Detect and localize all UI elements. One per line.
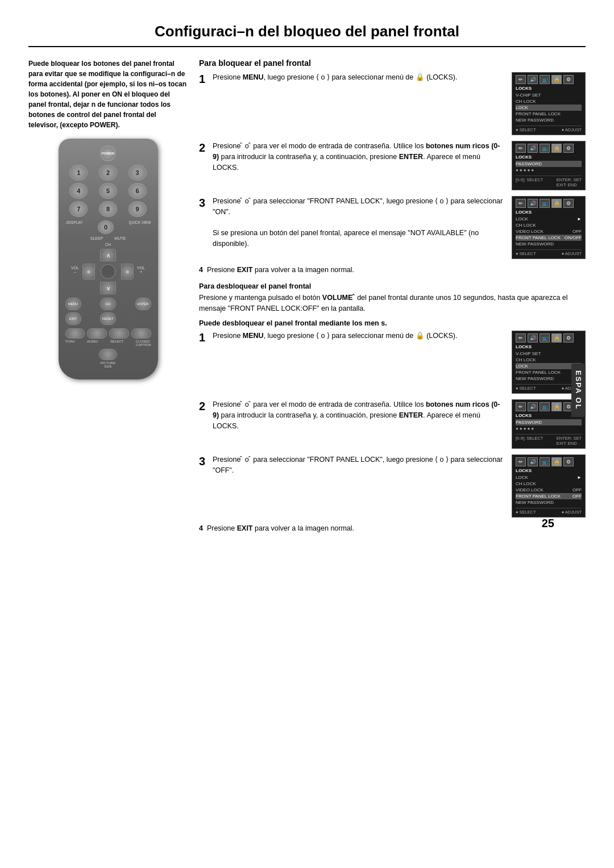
tv-av-button[interactable]: [65, 328, 85, 339]
select-label: SELECT: [110, 340, 123, 347]
step1-bloquear: 1 Presione MENU, luego presione ⟨ o ⟩ pa…: [199, 72, 506, 86]
step3-bloquear: 3 Presione ̂ o ̂ para seleccionar "FRONT…: [199, 196, 506, 249]
puede-desbloquear-title: Puede desbloquear el panel frontal media…: [199, 319, 586, 327]
step-number-2: 2: [199, 141, 209, 155]
button-5[interactable]: 5: [99, 183, 117, 199]
button-7[interactable]: 7: [69, 201, 88, 217]
vol-plus-label: VOL+: [137, 266, 145, 274]
step-number-1b: 1: [199, 331, 209, 344]
espa-ol-tab: ESPA OL: [571, 364, 586, 417]
step4-desbloquear: 4 Presione EXIT para volver a la imagen …: [199, 523, 586, 534]
display-button[interactable]: -/DISPLAY: [65, 220, 83, 234]
nav-left-button[interactable]: «: [82, 264, 95, 279]
step-number-2b: 2: [199, 399, 209, 413]
caption-label: CLOSEDCAPTION: [136, 340, 151, 347]
nav-cross: ∧ « » ∨ VOL– VOL+: [82, 249, 134, 294]
step4-bloquear: 4 Presione EXIT para volver a la imagen …: [199, 265, 586, 276]
remote-image: POWER 1 2 3 4 5 6 7 8 9 -/DISPLAY: [28, 139, 188, 379]
menu-button[interactable]: MENU: [65, 298, 81, 310]
picture-size-label: PICTURESIZE: [65, 361, 151, 368]
intro-text: Puede bloquear los botones del panel fro…: [28, 59, 188, 130]
nav-center-button[interactable]: [101, 264, 115, 279]
ch-bottom-button[interactable]: CH: [100, 298, 116, 310]
quick-view-button[interactable]: QUICK VIEW: [128, 220, 151, 234]
menu-screen-2: ✏ 🔊 📺 🔒 ⚙ LOCKS PASSWORD ●●●●● [0-9]: SE…: [512, 141, 586, 190]
mute-label: MUTE: [114, 236, 126, 240]
select-button[interactable]: [109, 328, 129, 339]
vol-minus-label: VOL–: [71, 266, 79, 274]
nav-down-button[interactable]: ∨: [100, 282, 116, 294]
audio-button[interactable]: [87, 328, 107, 339]
power-button[interactable]: POWER: [100, 145, 116, 161]
step2-bloquear: 2 Presione ̂ o ̂ para ver el modo de ent…: [199, 141, 506, 173]
step-number-1: 1: [199, 72, 209, 86]
step-number-3b: 3: [199, 454, 209, 468]
bloquear-section-title: Para bloquear el panel frontal: [199, 59, 586, 68]
button-3[interactable]: 3: [128, 165, 147, 181]
page-number: 25: [542, 517, 554, 530]
menu-screen-1: ✏ 🔊 📺 🔒 ⚙ LOCKS V-CHIP SET CH LOCK LOCK …: [512, 72, 586, 135]
step3-desbloquear: 3 Presione ̂ o ̂ para seleccionar "FRONT…: [199, 454, 506, 476]
button-4[interactable]: 4: [69, 183, 88, 199]
button-0[interactable]: 0: [98, 220, 114, 234]
closed-caption-button[interactable]: [131, 328, 151, 339]
button-1[interactable]: 1: [69, 165, 88, 181]
menu-screen-6: ✏ 🔊 📺 🔒 ⚙ LOCKS LOCK► CH LOCK VIDEO LOCK…: [512, 454, 586, 518]
step2-desbloquear: 2 Presione ̂ o ̂ para ver el modo de ent…: [199, 399, 506, 431]
button-8[interactable]: 8: [99, 201, 117, 217]
reset-button[interactable]: RESET: [100, 312, 116, 325]
ch-up-label: CH: [105, 243, 111, 247]
picture-size-button[interactable]: [99, 349, 117, 360]
exit-button[interactable]: EXIT: [65, 312, 81, 325]
button-6[interactable]: 6: [128, 183, 147, 199]
step1-desbloquear: 1 Presione MENU, luego presione ⟨ o ⟩ pa…: [199, 331, 506, 344]
desbloquear-text: Presione y mantenga pulsado el botón VOL…: [199, 293, 586, 314]
desbloquear-title: Para desbloquear el panel frontal: [199, 282, 586, 290]
page-title: Configuraci–n del bloqueo del panel fron…: [28, 23, 586, 47]
button-2[interactable]: 2: [99, 165, 117, 181]
tv-av-label: TV/AV: [65, 340, 75, 347]
sleep-label: SLEEP: [90, 236, 103, 240]
step-number-3: 3: [199, 196, 209, 210]
enter-button[interactable]: ENTER: [135, 298, 151, 310]
menu-screen-3: ✏ 🔊 📺 🔒 ⚙ LOCKS LOCK► CH LOCK VIDEO LOCK…: [512, 196, 586, 259]
nav-right-button[interactable]: »: [121, 264, 134, 279]
nav-up-button[interactable]: ∧: [100, 249, 116, 261]
audio-label: AUDIO: [87, 340, 98, 347]
button-9[interactable]: 9: [128, 201, 147, 217]
